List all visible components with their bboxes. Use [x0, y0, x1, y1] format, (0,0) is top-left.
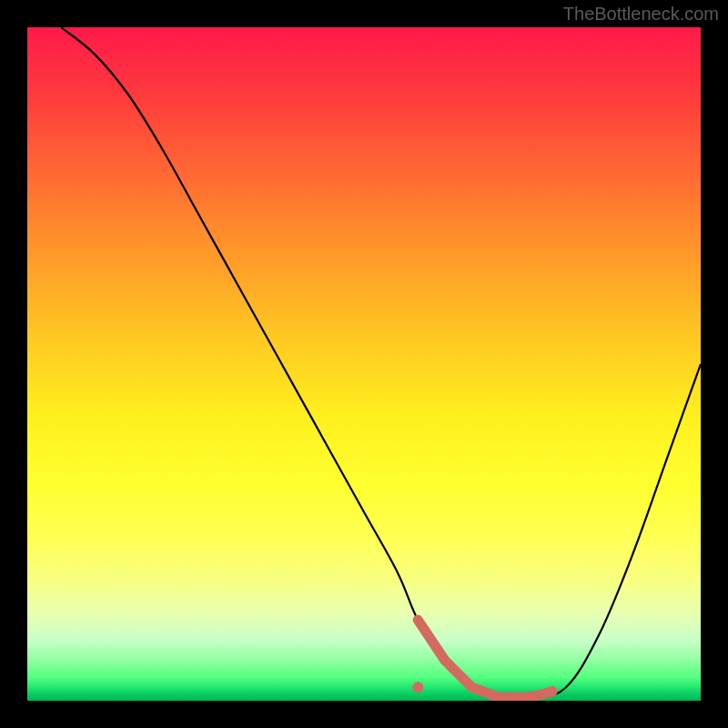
bottleneck-curve	[61, 27, 701, 699]
plot-area	[27, 27, 701, 701]
highlight-dot	[412, 682, 423, 693]
chart-container: TheBottleneck.com	[0, 0, 728, 728]
watermark-text: TheBottleneck.com	[563, 4, 719, 25]
chart-svg	[27, 27, 701, 701]
highlight-segment	[418, 620, 552, 697]
